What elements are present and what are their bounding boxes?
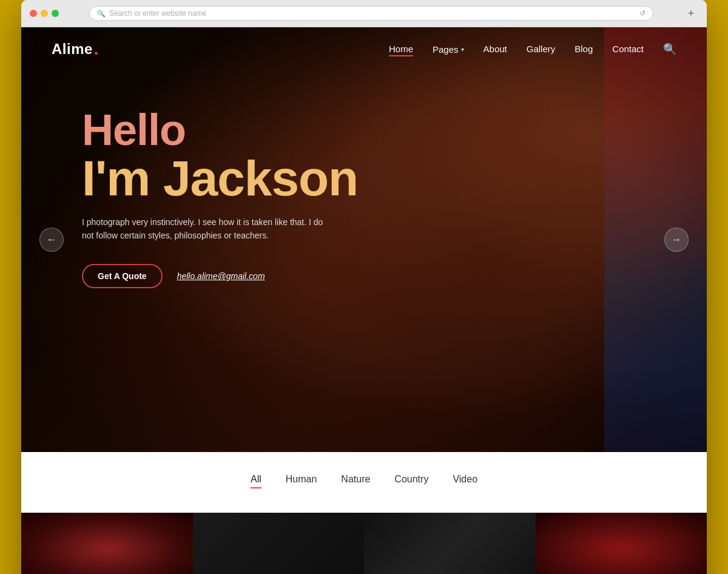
slider-prev-button[interactable]: ← [39, 228, 64, 252]
nav-links: Home Pages ▾ About Gallery Blog [389, 42, 676, 56]
nav-item-pages[interactable]: Pages ▾ [433, 44, 464, 55]
nav-link-about[interactable]: About [484, 44, 507, 54]
slider-next-button[interactable]: → [664, 228, 689, 252]
hero-content: Hello I'm Jackson I photograph very inst… [21, 71, 707, 325]
navbar: Alime. Home Pages ▾ About Gallery [21, 27, 707, 71]
arrow-right-icon: → [672, 234, 681, 245]
gallery-thumb-4[interactable] [536, 513, 707, 574]
search-icon[interactable]: 🔍 [663, 43, 676, 55]
browser-chrome: 🔍 Search or enter website name ↺ + [21, 0, 707, 27]
hero-title-hello: Hello [82, 107, 646, 154]
logo-text: Alime [52, 41, 93, 58]
hero-title-name: I'm Jackson [82, 154, 646, 203]
arrow-left-icon: ← [47, 234, 56, 245]
nav-item-gallery[interactable]: Gallery [527, 44, 556, 55]
address-bar-placeholder: Search or enter website name [109, 9, 206, 18]
filter-section: All Human Nature Country Video [21, 452, 707, 513]
browser-window: 🔍 Search or enter website name ↺ + Alime… [21, 0, 707, 574]
new-tab-button[interactable]: + [684, 6, 698, 21]
filter-tab-country[interactable]: Country [394, 474, 428, 488]
get-quote-button[interactable]: Get A Quote [82, 264, 163, 288]
chevron-down-icon: ▾ [461, 46, 464, 53]
nav-item-home[interactable]: Home [389, 44, 413, 55]
filter-tab-all[interactable]: All [251, 474, 261, 488]
hero-section: Alime. Home Pages ▾ About Gallery [21, 27, 707, 452]
search-icon: 🔍 [97, 10, 106, 18]
gallery-thumb-1[interactable] [21, 513, 193, 574]
close-button[interactable] [30, 10, 37, 17]
gallery-thumb-3[interactable] [364, 513, 536, 574]
nav-item-about[interactable]: About [484, 44, 507, 55]
nav-item-contact[interactable]: Contact [612, 44, 644, 55]
nav-item-blog[interactable]: Blog [575, 44, 593, 55]
filter-tabs: All Human Nature Country Video [21, 474, 707, 488]
filter-tab-human[interactable]: Human [286, 474, 317, 488]
minimize-button[interactable] [41, 10, 48, 17]
gallery-preview [21, 513, 707, 574]
website-content: Alime. Home Pages ▾ About Gallery [21, 27, 707, 574]
nav-link-blog[interactable]: Blog [575, 44, 593, 54]
filter-tab-nature[interactable]: Nature [341, 474, 370, 488]
address-bar[interactable]: 🔍 Search or enter website name ↺ [89, 6, 653, 21]
nav-link-pages[interactable]: Pages [433, 44, 459, 55]
logo-dot: . [94, 41, 99, 58]
refresh-icon[interactable]: ↺ [639, 9, 645, 18]
hero-description: I photograph very instinctively. I see h… [82, 215, 337, 243]
filter-tab-video[interactable]: Video [453, 474, 477, 488]
maximize-button[interactable] [52, 10, 59, 17]
nav-search-toggle[interactable]: 🔍 [663, 42, 676, 56]
nav-link-gallery[interactable]: Gallery [527, 44, 556, 54]
nav-link-home[interactable]: Home [389, 44, 413, 56]
gallery-thumb-2[interactable] [193, 513, 365, 574]
logo[interactable]: Alime. [52, 41, 99, 58]
nav-link-contact[interactable]: Contact [612, 44, 644, 54]
hero-email-link[interactable]: hello.alime@gmail.com [177, 271, 265, 281]
hero-actions: Get A Quote hello.alime@gmail.com [82, 264, 646, 288]
traffic-lights [30, 10, 59, 17]
